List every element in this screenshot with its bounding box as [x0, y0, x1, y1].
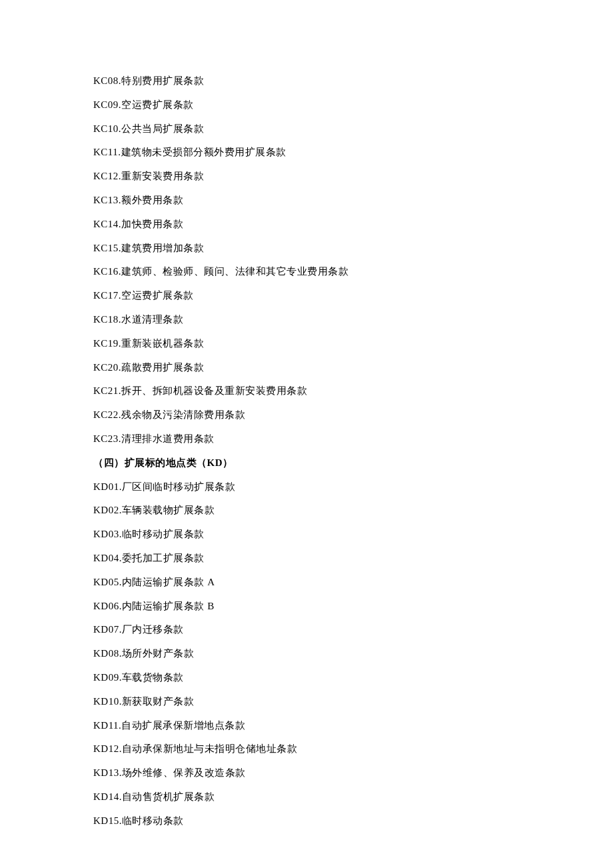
list-item: KC18.水道清理条款 [93, 312, 520, 327]
list-item: KC19.重新装嵌机器条款 [93, 336, 520, 351]
list-item: KC10.公共当局扩展条款 [93, 121, 520, 137]
list-item: KD13.场外维修、保养及改造条款 [93, 765, 520, 781]
list-item: KD07.厂内迁移条款 [93, 622, 520, 637]
list-item: KC13.额外费用条款 [93, 193, 520, 208]
list-item: KC23.清理排水道费用条款 [93, 431, 520, 447]
list-item: KD04.委托加工扩展条款 [93, 551, 520, 566]
list-item: KD01.厂区间临时移动扩展条款 [93, 479, 520, 495]
list-item: KC11.建筑物未受损部分额外费用扩展条款 [93, 145, 520, 160]
list-item: KC17.空运费扩展条款 [93, 288, 520, 303]
list-item: KC12.重新安装费用条款 [93, 169, 520, 184]
list-item: KD12.自动承保新地址与未指明仓储地址条款 [93, 741, 520, 757]
list-item: KC20.疏散费用扩展条款 [93, 360, 520, 375]
list-item: KD05.内陆运输扩展条款 A [93, 575, 520, 590]
section-header: （四）扩展标的地点类（KD） [93, 455, 520, 471]
list-item: KC21.拆开、拆卸机器设备及重新安装费用条款 [93, 383, 520, 399]
list-item: KD10.新获取财产条款 [93, 694, 520, 709]
list-item: KD14.自动售货机扩展条款 [93, 789, 520, 805]
list-item: KC16.建筑师、检验师、顾问、法律和其它专业费用条款 [93, 264, 520, 279]
list-item: KC08.特别费用扩展条款 [93, 73, 520, 89]
list-item: KD15.临时移动条款 [93, 813, 520, 829]
list-item: KC22.残余物及污染清除费用条款 [93, 407, 520, 423]
list-item: KD03.临时移动扩展条款 [93, 527, 520, 542]
list-item: KC14.加快费用条款 [93, 217, 520, 232]
list-item: KC15.建筑费用增加条款 [93, 241, 520, 256]
list-item: KD02.车辆装载物扩展条款 [93, 503, 520, 518]
list-item: KC09.空运费扩展条款 [93, 97, 520, 113]
list-item: KD06.内陆运输扩展条款 B [93, 599, 520, 614]
list-item: KD08.场所外财产条款 [93, 646, 520, 661]
list-item: KD09.车载货物条款 [93, 670, 520, 685]
list-item: KD11.自动扩展承保新增地点条款 [93, 718, 520, 733]
